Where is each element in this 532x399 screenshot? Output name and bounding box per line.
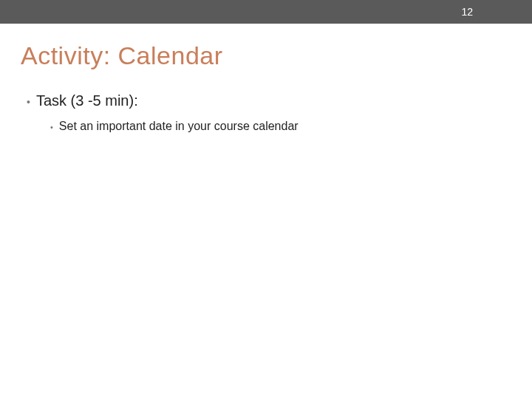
bullet-dot-icon: • <box>27 97 30 107</box>
bullet-level2: • Set an important date in your course c… <box>50 120 511 133</box>
slide-title: Activity: Calendar <box>21 41 511 70</box>
bullet-level2-text: Set an important date in your course cal… <box>59 120 299 133</box>
bullet-level1-text: Task (3 -5 min): <box>36 92 138 109</box>
page-number: 12 <box>461 6 473 18</box>
bullet-level1: • Task (3 -5 min): <box>27 92 511 109</box>
slide-content: Activity: Calendar • Task (3 -5 min): • … <box>0 24 532 151</box>
bullet-dot-icon: • <box>50 123 53 132</box>
slide-header-bar: 12 <box>0 0 532 24</box>
